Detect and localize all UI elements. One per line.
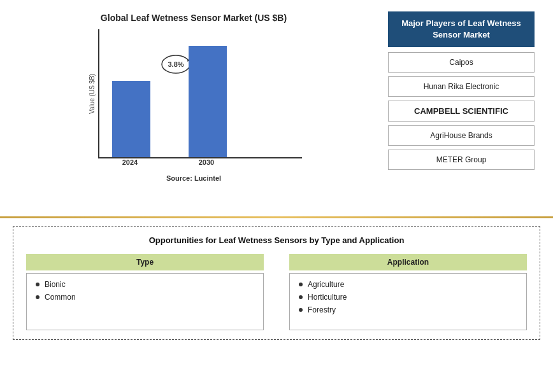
chart-source: Source: Lucintel (166, 174, 221, 182)
bars-row: 3.8% (98, 29, 302, 158)
type-column: Type Bionic Common (26, 254, 264, 330)
player-agrihouse: AgriHouse Brands (388, 125, 535, 146)
player-hunan: Hunan Rika Electronic (388, 76, 535, 97)
bullet-horticulture (299, 295, 303, 299)
player-campbell: CAMPBELL SCIENTIFIC (388, 101, 535, 122)
type-common: Common (36, 293, 254, 302)
application-header: Application (289, 254, 527, 270)
x-axis-labels: 2024 2030 (85, 158, 302, 169)
chart-area: Global Leaf Wetness Sensor Market (US $B… (6, 6, 381, 216)
y-axis-label: Value (US $B) (85, 29, 98, 158)
opportunities-columns: Type Bionic Common Application (26, 254, 527, 330)
bullet-forestry (299, 308, 303, 312)
chart-title: Global Leaf Wetness Sensor Market (US $B… (101, 13, 287, 23)
bottom-section: Opportunities for Leaf Wetness Sensors b… (0, 218, 553, 347)
x-label-2030: 2030 (187, 158, 226, 166)
bullet-agriculture (299, 283, 303, 286)
bullet-common (36, 295, 40, 299)
bullet-bionic (36, 283, 40, 286)
app-horticulture: Horticulture (299, 293, 517, 302)
type-items: Bionic Common (26, 273, 264, 330)
player-meter: METER Group (388, 150, 535, 170)
players-area: Major Players of Leaf Wetness Sensor Mar… (381, 6, 547, 216)
opportunities-box: Opportunities for Leaf Wetness Sensors b… (13, 226, 540, 340)
bars-area: 3.8% (98, 29, 302, 158)
svg-point-0 (162, 55, 190, 73)
app-agriculture: Agriculture (299, 280, 517, 289)
app-forestry: Forestry (299, 305, 517, 314)
opportunities-title: Opportunities for Leaf Wetness Sensors b… (26, 235, 527, 245)
bar-2030 (189, 46, 227, 157)
x-label-2024: 2024 (111, 158, 149, 166)
player-caipos: Caipos (388, 52, 535, 73)
application-column: Application Agriculture Horticulture For… (289, 254, 527, 330)
bar-2024 (112, 81, 150, 157)
application-items: Agriculture Horticulture Forestry (289, 273, 527, 330)
type-header: Type (26, 254, 264, 270)
svg-text:3.8%: 3.8% (168, 60, 183, 68)
type-bionic: Bionic (36, 280, 254, 289)
players-header: Major Players of Leaf Wetness Sensor Mar… (388, 11, 535, 47)
chart-container: Value (US $B) 3.8% (85, 29, 302, 169)
